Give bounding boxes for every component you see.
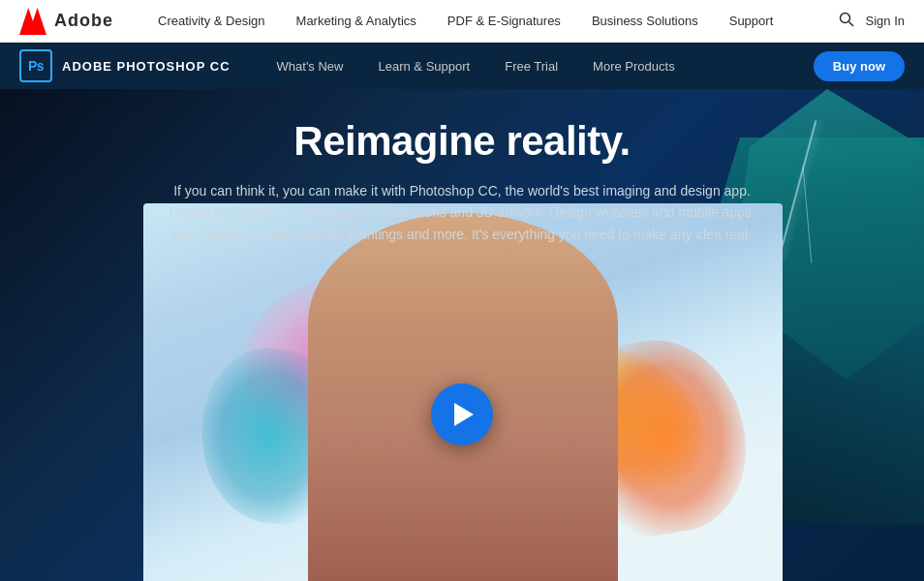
top-nav-links: Creativity & Design Marketing & Analytic… <box>142 14 839 28</box>
hero-section: Reimagine reality. If you can think it, … <box>0 89 924 581</box>
product-nav-links: What's New Learn & Support Free Trial Mo… <box>260 59 814 74</box>
ps-icon: Ps <box>28 58 44 74</box>
product-nav-free-trial[interactable]: Free Trial <box>487 59 575 74</box>
nav-link-creativity-design[interactable]: Creativity & Design <box>142 14 281 28</box>
svg-line-3 <box>848 21 853 26</box>
nav-link-business-solutions[interactable]: Business Solutions <box>576 14 714 28</box>
adobe-logo-icon <box>19 8 46 35</box>
play-icon <box>454 403 474 426</box>
hero-title: Reimagine reality. <box>0 118 924 165</box>
product-navigation: Ps ADOBE PHOTOSHOP CC What's New Learn &… <box>0 43 924 89</box>
adobe-logo[interactable]: Adobe <box>19 8 113 35</box>
search-icon <box>839 12 854 27</box>
product-nav-whats-new[interactable]: What's New <box>260 59 361 74</box>
adobe-logo-text: Adobe <box>54 11 113 31</box>
search-button[interactable] <box>839 12 854 31</box>
nav-link-support[interactable]: Support <box>714 14 789 28</box>
top-nav-right: Sign In <box>839 12 905 31</box>
product-nav-learn-support[interactable]: Learn & Support <box>361 59 488 74</box>
hero-subtitle: If you can think it, you can make it wit… <box>162 180 762 245</box>
sign-in-button[interactable]: Sign In <box>866 14 905 28</box>
hero-text-container: Reimagine reality. If you can think it, … <box>0 118 924 245</box>
top-navigation: Adobe Creativity & Design Marketing & An… <box>0 0 924 43</box>
product-nav-more-products[interactable]: More Products <box>575 59 693 74</box>
nav-link-marketing-analytics[interactable]: Marketing & Analytics <box>281 14 432 28</box>
nav-link-pdf-signatures[interactable]: PDF & E-Signatures <box>432 14 576 28</box>
product-name: ADOBE PHOTOSHOP CC <box>62 59 231 74</box>
svg-point-2 <box>840 13 849 22</box>
buy-now-button[interactable]: Buy now <box>814 51 905 81</box>
play-button[interactable] <box>431 383 493 445</box>
play-button-container <box>431 383 493 445</box>
ps-icon-container: Ps <box>19 49 52 82</box>
